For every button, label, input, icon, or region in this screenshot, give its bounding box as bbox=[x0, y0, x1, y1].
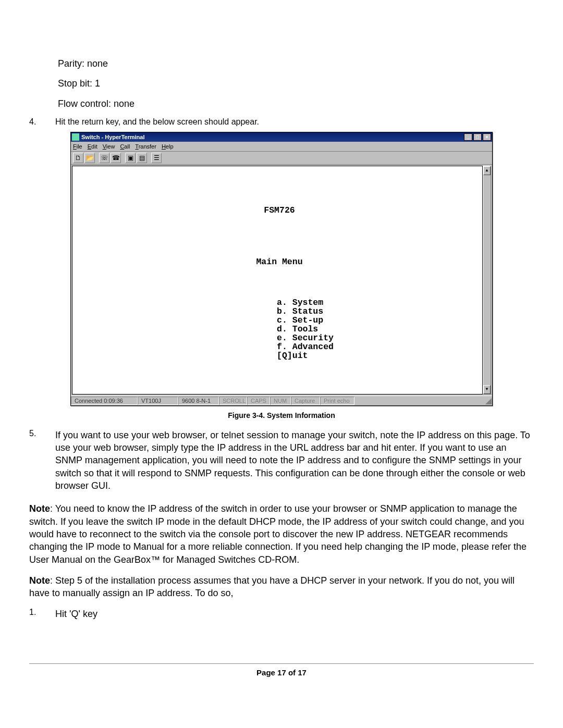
step-5-text: If you want to use your web browser, or … bbox=[55, 429, 534, 492]
menu-edit[interactable]: Edit bbox=[88, 143, 97, 150]
substep-1-number: 1. bbox=[29, 608, 55, 625]
connect-icon[interactable]: ☏ bbox=[99, 153, 109, 163]
menu-view[interactable]: View bbox=[103, 143, 115, 150]
page-footer: Page 17 of 17 bbox=[29, 668, 534, 677]
note-2: Note: Step 5 of the installation process… bbox=[29, 574, 534, 600]
terminal-subtitle: Main Menu bbox=[83, 257, 476, 266]
note-1-label: Note bbox=[29, 503, 50, 514]
statusbar: Connected 0:09:36 VT100J 9600 8-N-1 SCRO… bbox=[71, 396, 492, 405]
scrollbar[interactable]: ▲ ▼ bbox=[483, 166, 491, 394]
setting-parity: Parity: none bbox=[58, 57, 534, 70]
step-5: 5. If you want to use your web browser, … bbox=[29, 429, 534, 497]
send-icon[interactable]: ▣ bbox=[125, 153, 136, 163]
hyperterminal-window: Switch - HyperTerminal _ □ × File Edit V… bbox=[70, 132, 493, 406]
status-term: VT100J bbox=[138, 397, 178, 405]
status-printecho: Print echo bbox=[320, 397, 354, 405]
resize-grip-icon[interactable] bbox=[484, 397, 492, 405]
status-connected: Connected 0:09:36 bbox=[71, 397, 138, 405]
note-1: Note: You need to know the IP address of… bbox=[29, 502, 534, 565]
menubar: File Edit View Call Transfer Help bbox=[71, 142, 492, 152]
step-4-number: 4. bbox=[29, 117, 55, 127]
footer-divider bbox=[29, 663, 534, 664]
app-icon bbox=[72, 133, 79, 141]
note-2-label: Note bbox=[29, 575, 50, 586]
terminal-title: FSM726 bbox=[83, 206, 476, 215]
terminal-menu: a. System b. Status c. Set-up d. Tools e… bbox=[277, 298, 334, 360]
figure-caption: Figure 3-4. System Information bbox=[29, 411, 534, 419]
minimize-button[interactable]: _ bbox=[464, 133, 472, 141]
step-4: 4. Hit the return key, and the below scr… bbox=[29, 117, 534, 127]
open-icon[interactable]: 📂 bbox=[84, 153, 95, 163]
window-title: Switch - HyperTerminal bbox=[81, 134, 144, 140]
titlebar[interactable]: Switch - HyperTerminal _ □ × bbox=[71, 132, 492, 142]
menu-transfer[interactable]: Transfer bbox=[135, 143, 156, 150]
toolbar: 🗋 📂 ☏ ☎ ▣ ▤ ☰ bbox=[71, 152, 492, 165]
terminal-menu-item: [Q]uit bbox=[277, 351, 308, 361]
menu-call[interactable]: Call bbox=[120, 143, 130, 150]
disconnect-icon[interactable]: ☎ bbox=[111, 153, 121, 163]
menu-help[interactable]: Help bbox=[162, 143, 174, 150]
substep-1-text: Hit 'Q' key bbox=[55, 608, 534, 620]
scroll-down-icon[interactable]: ▼ bbox=[483, 385, 491, 394]
setting-stopbit: Stop bit: 1 bbox=[58, 77, 534, 90]
status-capture: Capture bbox=[291, 397, 320, 405]
terminal-area[interactable]: FSM726 Main Menu a. System b. Status c. … bbox=[72, 166, 483, 394]
status-caps: CAPS bbox=[247, 397, 270, 405]
close-button[interactable]: × bbox=[483, 133, 491, 141]
substep-1: 1. Hit 'Q' key bbox=[29, 608, 534, 625]
menu-file[interactable]: File bbox=[73, 143, 82, 150]
setting-flow: Flow control: none bbox=[58, 97, 534, 110]
new-file-icon[interactable]: 🗋 bbox=[73, 153, 83, 163]
status-params: 9600 8-N-1 bbox=[178, 397, 219, 405]
scroll-up-icon[interactable]: ▲ bbox=[483, 166, 491, 175]
status-num: NUM bbox=[270, 397, 291, 405]
maximize-button[interactable]: □ bbox=[473, 133, 482, 141]
properties-icon[interactable]: ☰ bbox=[151, 153, 162, 163]
status-scroll: SCROLL bbox=[219, 397, 247, 405]
step-5-number: 5. bbox=[29, 429, 55, 497]
note-2-text: : Step 5 of the installation process ass… bbox=[29, 575, 515, 598]
note-1-text: : You need to know the IP address of the… bbox=[29, 503, 527, 564]
step-4-text: Hit the return key, and the below screen… bbox=[55, 117, 534, 127]
receive-icon[interactable]: ▤ bbox=[137, 153, 147, 163]
